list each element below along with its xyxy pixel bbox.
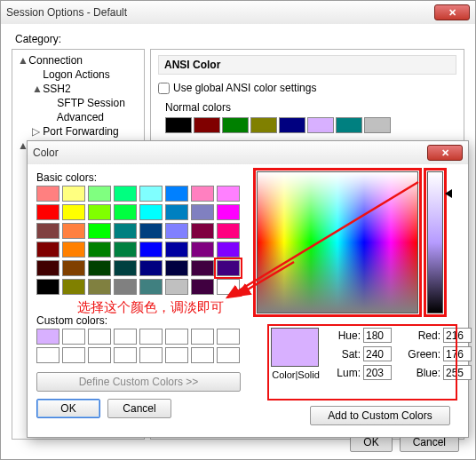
basic-color-cell[interactable] — [191, 204, 214, 220]
tree-item[interactable]: SFTP Session — [12, 96, 144, 110]
close-icon[interactable]: ✕ — [434, 4, 470, 20]
custom-color-cell[interactable] — [139, 329, 163, 345]
basic-color-cell[interactable] — [217, 260, 240, 276]
custom-color-cell[interactable] — [36, 329, 60, 345]
tree-item[interactable]: ▷ Port Forwarding — [12, 124, 144, 139]
basic-color-cell[interactable] — [217, 279, 240, 295]
custom-color-cell[interactable] — [114, 347, 137, 363]
cancel-button[interactable]: Cancel — [107, 399, 171, 418]
custom-colors-label: Custom colors: — [36, 314, 459, 327]
color-spectrum[interactable] — [257, 171, 418, 313]
basic-color-cell[interactable] — [217, 204, 240, 220]
basic-color-cell[interactable] — [36, 223, 60, 239]
basic-color-cell[interactable] — [139, 186, 163, 202]
basic-color-cell[interactable] — [114, 279, 137, 295]
basic-color-cell[interactable] — [36, 260, 60, 276]
basic-color-cell[interactable] — [62, 260, 85, 276]
custom-color-cell[interactable] — [191, 347, 214, 363]
lum-input[interactable] — [363, 365, 392, 380]
custom-color-cell[interactable] — [36, 347, 60, 363]
custom-color-cell[interactable] — [114, 329, 137, 345]
green-input[interactable] — [443, 346, 472, 361]
basic-color-cell[interactable] — [88, 186, 111, 202]
basic-color-cell[interactable] — [62, 186, 85, 202]
basic-color-cell[interactable] — [191, 260, 214, 276]
basic-color-cell[interactable] — [139, 279, 163, 295]
tree-item[interactable]: Advanced — [12, 110, 144, 124]
ansi-swatch[interactable] — [307, 117, 334, 133]
basic-color-cell[interactable] — [165, 279, 188, 295]
custom-color-cell[interactable] — [62, 329, 85, 345]
basic-color-cell[interactable] — [36, 186, 60, 202]
basic-color-cell[interactable] — [114, 242, 137, 258]
basic-color-cell[interactable] — [165, 204, 188, 220]
basic-color-cell[interactable] — [165, 242, 188, 258]
custom-color-cell[interactable] — [165, 347, 188, 363]
luminance-slider[interactable] — [427, 171, 443, 313]
basic-color-cell[interactable] — [88, 279, 111, 295]
tree-item[interactable]: ▲ SSH2 — [12, 82, 144, 96]
basic-color-cell[interactable] — [114, 204, 137, 220]
basic-color-cell[interactable] — [62, 204, 85, 220]
basic-color-cell[interactable] — [36, 279, 60, 295]
sat-label: Sat: — [333, 348, 363, 361]
basic-color-cell[interactable] — [217, 223, 240, 239]
basic-color-cell[interactable] — [36, 204, 60, 220]
basic-color-cell[interactable] — [114, 186, 137, 202]
session-title: Session Options - Default — [6, 6, 127, 19]
basic-color-cell[interactable] — [88, 223, 111, 239]
define-custom-button[interactable]: Define Custom Colors >> — [36, 372, 241, 392]
sat-input[interactable] — [363, 346, 392, 361]
basic-color-cell[interactable] — [62, 242, 85, 258]
basic-color-cell[interactable] — [88, 260, 111, 276]
basic-color-cell[interactable] — [165, 186, 188, 202]
basic-color-cell[interactable] — [88, 242, 111, 258]
basic-color-cell[interactable] — [62, 279, 85, 295]
basic-color-cell[interactable] — [217, 186, 240, 202]
ansi-swatch[interactable] — [336, 117, 362, 133]
custom-color-cell[interactable] — [139, 347, 163, 363]
basic-color-cell[interactable] — [139, 223, 163, 239]
basic-color-cell[interactable] — [139, 242, 163, 258]
blue-input[interactable] — [443, 365, 472, 380]
ansi-swatch[interactable] — [222, 117, 249, 133]
tree-item[interactable]: ▲ Connection — [12, 53, 144, 67]
color-preview-block: Color|Solid Hue: Red: Sat: Green: Lum: B… — [271, 328, 454, 399]
add-custom-button[interactable]: Add to Custom Colors — [310, 406, 450, 425]
close-icon[interactable]: ✕ — [427, 145, 463, 161]
basic-color-cell[interactable] — [191, 186, 214, 202]
custom-color-cell[interactable] — [217, 329, 240, 345]
ansi-swatch[interactable] — [279, 117, 305, 133]
basic-color-cell[interactable] — [114, 260, 137, 276]
basic-color-cell[interactable] — [165, 223, 188, 239]
basic-color-cell[interactable] — [139, 204, 163, 220]
basic-color-cell[interactable] — [191, 223, 214, 239]
basic-color-cell[interactable] — [191, 279, 214, 295]
basic-color-cell[interactable] — [165, 260, 188, 276]
basic-color-cell[interactable] — [217, 242, 240, 258]
ok-button[interactable]: OK — [36, 399, 100, 418]
custom-color-cell[interactable] — [217, 347, 240, 363]
hue-input[interactable] — [363, 328, 392, 343]
basic-color-cell[interactable] — [36, 242, 60, 258]
color-preview — [271, 328, 319, 367]
red-input[interactable] — [443, 328, 472, 343]
basic-color-cell[interactable] — [139, 260, 163, 276]
basic-color-cell[interactable] — [114, 223, 137, 239]
tree-item[interactable]: Logon Actions — [12, 67, 144, 82]
ansi-swatch[interactable] — [364, 117, 391, 133]
custom-color-cell[interactable] — [88, 347, 111, 363]
custom-color-cell[interactable] — [88, 329, 111, 345]
basic-color-cell[interactable] — [62, 223, 85, 239]
custom-color-cell[interactable] — [62, 347, 85, 363]
ansi-swatch[interactable] — [165, 117, 192, 133]
custom-color-cell[interactable] — [165, 329, 188, 345]
basic-color-cell[interactable] — [191, 242, 214, 258]
use-global-input[interactable] — [158, 83, 170, 94]
blue-label: Blue: — [406, 367, 443, 379]
custom-color-cell[interactable] — [191, 329, 214, 345]
ansi-swatch[interactable] — [194, 117, 220, 133]
use-global-checkbox[interactable]: Use global ANSI color settings — [158, 82, 456, 94]
ansi-swatch[interactable] — [250, 117, 277, 133]
basic-color-cell[interactable] — [88, 204, 111, 220]
